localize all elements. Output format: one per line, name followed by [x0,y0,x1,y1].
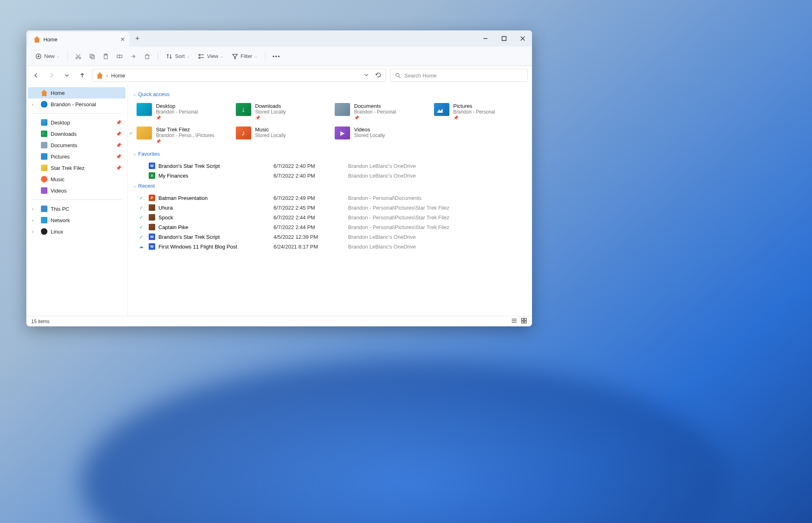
chevron-down-icon: ⌵ [133,92,136,96]
maximize-button[interactable] [495,30,513,47]
sidebar-item-star-trek-filez[interactable]: Star Trek Filez📌 [28,162,126,174]
sidebar-item-pictures[interactable]: Pictures📌 [28,151,126,162]
delete-button[interactable] [141,51,153,62]
quick-access-documents[interactable]: DocumentsBrandon - Personal📌 [331,101,427,122]
svg-rect-21 [199,57,200,58]
sidebar-item-videos[interactable]: Videos [28,185,126,196]
file-row[interactable]: ☁WFirst Windows 11 Flight Blog Post6/24/… [133,242,526,251]
sort-icon [166,53,173,60]
toolbar: New ⌵ Sort ⌵ View ⌵ Filter ⌵ ••• [26,47,532,66]
sidebar-item-label: This PC [51,206,69,212]
sidebar-item-music[interactable]: Music [28,174,126,185]
sidebar-item-network[interactable]: ›Network [28,214,126,226]
quick-access-videos[interactable]: VideosStored Locally [331,125,427,145]
sidebar-item-downloads[interactable]: Downloads📌 [28,128,126,139]
sidebar-item-desktop[interactable]: Desktop📌 [28,117,126,128]
file-name: My Finances [158,173,272,179]
expand-icon[interactable]: › [32,218,38,223]
downloads-folder-icon [236,103,251,116]
pin-icon: 📌 [156,139,214,144]
breadcrumb-current[interactable]: Home [111,73,125,79]
file-row[interactable]: ✓Spock6/7/2022 2:44 PMBrandon - Personal… [133,212,526,222]
rename-button[interactable] [114,51,125,62]
filter-icon [232,53,238,60]
tab-home[interactable]: Home ✕ [28,32,129,47]
word-file-icon: W [149,243,155,250]
file-row[interactable]: ✓PBatman Presentation6/7/2022 2:49 PMBra… [133,193,526,203]
minimize-button[interactable] [476,30,495,47]
quick-access-pictures[interactable]: PicturesBrandon - Personal📌 [431,101,527,122]
titlebar: Home ✕ + [26,30,532,47]
details-view-button[interactable] [511,317,517,325]
folder-location: Stored Locally [354,133,385,138]
paste-button[interactable] [100,51,111,62]
cloud-icon: ☁ [135,244,147,249]
copy-button[interactable] [86,51,98,62]
file-location: Brandon LeBlanc's OneDrive [348,234,525,240]
forward-button[interactable] [46,70,57,81]
quick-access-music[interactable]: MusicStored Locally [233,125,329,145]
folder-location: Brandon - Personal [453,109,495,115]
close-tab-button[interactable]: ✕ [120,36,125,43]
thumbnails-view-button[interactable] [521,317,527,325]
sidebar-item-label: Home [51,90,65,96]
address-bar[interactable]: › Home [92,69,386,82]
svg-rect-30 [524,318,526,320]
img-file-icon [149,224,155,230]
back-button[interactable] [30,70,42,81]
section-quick-access[interactable]: ⌵ Quick access [133,91,526,97]
filter-button[interactable]: Filter ⌵ [229,51,260,61]
expand-icon[interactable]: › [32,229,38,234]
search-input[interactable]: Search Home [390,69,528,82]
pin-icon: 📌 [354,116,396,120]
svg-line-25 [399,76,400,78]
tab-label: Home [43,36,58,43]
documents-folder-icon [335,103,350,116]
file-date: 6/7/2022 2:49 PM [274,195,346,201]
sidebar-item-documents[interactable]: Documents📌 [28,139,126,151]
excel-file-icon: X [149,172,155,179]
sidebar-item-linux[interactable]: ›Linux [28,226,126,237]
file-row[interactable]: XMy Finances6/7/2022 2:40 PMBrandon LeBl… [133,171,526,180]
refresh-button[interactable] [375,72,382,79]
sidebar-item-label: Star Trek Filez [51,165,85,171]
sort-button[interactable]: Sort ⌵ [163,51,192,61]
expand-icon[interactable]: › [32,102,38,107]
sidebar-item-brandon-personal[interactable]: ›Brandon - Personal [28,99,126,110]
up-button[interactable] [77,70,88,81]
file-location: Brandon LeBlanc's OneDrive [348,244,525,250]
close-button[interactable] [513,30,532,47]
rename-icon [116,53,123,60]
new-button[interactable]: New ⌵ [32,51,62,61]
quick-access-desktop[interactable]: DesktopBrandon - Personal📌 [133,101,229,122]
expand-icon[interactable]: › [32,207,38,211]
file-row[interactable]: WBrandon's Star Trek Script6/7/2022 2:40… [133,161,526,171]
quick-access-star-trek-filez[interactable]: ✓Star Trek FilezBrandon - Perso...\Pictu… [133,125,229,145]
quick-access-downloads[interactable]: DownloadsStored Locally📌 [233,101,329,122]
view-button[interactable]: View ⌵ [195,51,226,61]
sync-check-icon: ✓ [135,225,147,230]
file-row[interactable]: ✓WBrandon's Star Trek Script4/5/2022 12:… [133,232,526,242]
file-location: Brandon - Personal\Pictures\Star Trek Fi… [348,224,525,230]
sidebar-item-home[interactable]: Home [28,87,126,99]
pin-icon: 📌 [116,143,122,148]
sidebar-item-this-pc[interactable]: ›This PC [28,203,126,214]
folder-icon [41,165,47,171]
new-tab-button[interactable]: + [129,30,145,47]
file-explorer-window: Home ✕ + New ⌵ Sort ⌵ View [26,30,532,326]
sidebar-item-label: Network [51,217,70,223]
section-recent[interactable]: ⌵ Recent [133,183,526,189]
videos-icon [41,187,47,194]
home-icon [41,90,47,96]
pin-icon: 📌 [116,120,122,125]
section-favorites[interactable]: ⌵ Favorites [133,151,526,157]
file-row[interactable]: ✓Captain Pike6/7/2022 2:44 PMBrandon - P… [133,222,526,232]
more-button[interactable]: ••• [270,51,283,62]
address-dropdown[interactable] [363,72,370,79]
cut-button[interactable] [73,51,84,62]
recent-dropdown[interactable] [61,70,73,81]
file-row[interactable]: ✓Uhura6/7/2022 2:45 PMBrandon - Personal… [133,203,526,212]
share-button[interactable] [128,51,139,62]
content-area: ⌵ Quick access DesktopBrandon - Personal… [128,85,532,316]
word-file-icon: W [149,163,155,169]
